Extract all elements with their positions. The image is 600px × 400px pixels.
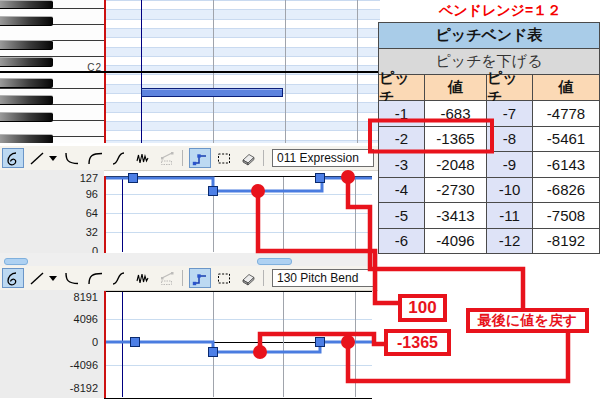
scrollbar-thumb[interactable] xyxy=(257,258,292,265)
line-tool-button[interactable] xyxy=(26,148,48,168)
pitchbend-plot[interactable] xyxy=(104,291,372,399)
tick-127: 127 xyxy=(0,172,98,184)
gridline xyxy=(106,319,372,320)
freehand-tool-button[interactable] xyxy=(2,148,24,168)
toolbar-separator xyxy=(263,270,264,286)
tick-zero: 0 xyxy=(0,336,98,348)
black-key[interactable] xyxy=(0,78,53,88)
scrollbar-thumb[interactable] xyxy=(4,258,28,265)
pitch-cell: -12 xyxy=(487,229,532,254)
callout-pitchbend-value: -1365 xyxy=(384,329,451,356)
black-key[interactable] xyxy=(0,40,53,50)
c2-pitch-line xyxy=(0,71,378,73)
value-cell: -683 xyxy=(425,101,486,126)
s-curve-tool-button[interactable] xyxy=(108,148,130,168)
expression-plot[interactable] xyxy=(104,176,372,254)
pitch-cell: -6 xyxy=(379,229,424,254)
freehand-tool-button[interactable] xyxy=(2,268,24,288)
midi-note[interactable] xyxy=(141,88,283,97)
line-icon xyxy=(28,270,46,287)
line-tool-dropdown[interactable] xyxy=(48,268,58,288)
tick-96: 96 xyxy=(0,188,98,200)
value-cell: -6143 xyxy=(533,152,599,177)
select-tool-button[interactable] xyxy=(213,268,235,288)
connector-pitchbend-restore xyxy=(348,331,568,381)
eraser-tool-button[interactable] xyxy=(237,148,259,168)
pitch-cell: -5 xyxy=(379,203,424,228)
slow-curve-icon xyxy=(62,270,80,287)
now-time-cursor xyxy=(104,176,106,253)
measure-line xyxy=(122,177,123,252)
black-key[interactable] xyxy=(0,16,53,26)
pitch-cell: -2 xyxy=(379,127,424,152)
pitch-cell: -3 xyxy=(379,152,424,177)
measure-line xyxy=(122,292,123,397)
black-key[interactable] xyxy=(0,95,53,105)
fast-curve-icon xyxy=(86,150,104,167)
toolbar-separator xyxy=(182,150,183,166)
value-cell: -6826 xyxy=(533,178,599,203)
random-tool-button[interactable] xyxy=(132,148,154,168)
tick-64: 64 xyxy=(0,207,98,219)
line-tool-button[interactable] xyxy=(26,268,48,288)
random-icon xyxy=(134,270,152,287)
black-key[interactable] xyxy=(0,57,53,67)
value-cell: -4778 xyxy=(533,101,599,126)
tick-8191: 8191 xyxy=(0,291,98,303)
slow-curve-tool-button[interactable] xyxy=(60,148,82,168)
beat-line xyxy=(283,177,284,252)
gridline xyxy=(106,213,372,214)
toolbar-separator xyxy=(182,270,183,286)
callout-restore-note: 最後に値を戻す xyxy=(466,308,589,333)
freehand-icon xyxy=(4,150,22,167)
value-cell: -7508 xyxy=(533,203,599,228)
step-icon xyxy=(158,270,176,287)
fast-curve-tool-button[interactable] xyxy=(84,268,106,288)
now-time-cursor xyxy=(104,291,106,398)
col-header: ピッチ xyxy=(379,75,424,100)
line-tool-dropdown[interactable] xyxy=(48,148,58,168)
tick-32: 32 xyxy=(0,226,98,238)
draw-points-tool-button[interactable] xyxy=(189,148,211,168)
gridline xyxy=(106,194,372,195)
pitch-cell: -11 xyxy=(487,203,532,228)
select-tool-button[interactable] xyxy=(213,148,235,168)
controller-selector-pitchbend[interactable]: 130 Pitch Bend xyxy=(272,269,374,287)
value-cell: -2730 xyxy=(425,178,486,203)
white-key-line xyxy=(0,88,104,89)
s-curve-icon xyxy=(110,270,128,287)
black-key[interactable] xyxy=(0,112,53,122)
beat-line xyxy=(355,292,356,397)
gridline xyxy=(106,232,372,233)
beat-line xyxy=(213,292,214,397)
chevron-down-icon xyxy=(49,156,57,161)
controller-selector-expression[interactable]: 011 Expression xyxy=(272,149,374,167)
pitchbend-table: ピッチベンド表 ピッチを下げる ピッチ 値 ピッチ 値 -1 -683 -7 -… xyxy=(378,22,600,254)
expression-toolbar: 011 Expression xyxy=(0,146,378,171)
eraser-icon xyxy=(239,270,257,287)
draw-points-tool-button[interactable] xyxy=(189,268,211,288)
pitch-cell: -10 xyxy=(487,178,532,203)
random-tool-button[interactable] xyxy=(132,268,154,288)
fast-curve-icon xyxy=(86,270,104,287)
s-curve-icon xyxy=(110,150,128,167)
zero-line xyxy=(106,342,372,343)
tick-n4096: -4096 xyxy=(0,359,98,371)
s-curve-tool-button[interactable] xyxy=(108,268,130,288)
fast-curve-tool-button[interactable] xyxy=(84,148,106,168)
eraser-icon xyxy=(239,150,257,167)
slow-curve-tool-button[interactable] xyxy=(60,268,82,288)
eraser-tool-button[interactable] xyxy=(237,268,259,288)
black-key[interactable] xyxy=(0,0,53,9)
freehand-icon xyxy=(4,270,22,287)
tick-n8192: -8192 xyxy=(0,382,98,394)
pitch-cell: -8 xyxy=(487,127,532,152)
beat-line xyxy=(355,177,356,252)
col-header: 値 xyxy=(533,75,599,100)
bend-range-title: ベンドレンジ=１２ xyxy=(414,2,586,20)
selection-rect-icon xyxy=(215,270,233,287)
points-icon xyxy=(191,150,209,167)
pitch-cell: -7 xyxy=(487,101,532,126)
value-cell: -5461 xyxy=(533,127,599,152)
value-cell: -2048 xyxy=(425,152,486,177)
